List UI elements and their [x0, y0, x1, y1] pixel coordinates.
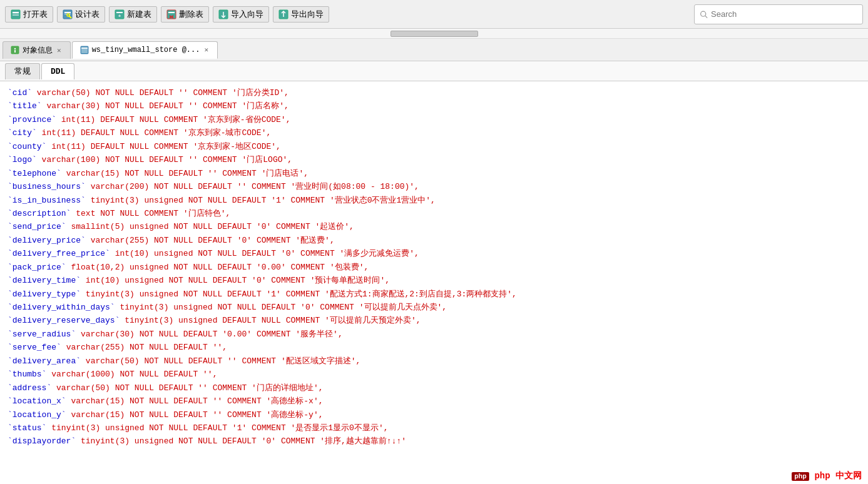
- table-delete-icon: [166, 9, 176, 19]
- table-row: `thumbs` varchar(1000) NOT NULL DEFAULT …: [8, 368, 860, 381]
- svg-point-20: [701, 11, 706, 16]
- table-row: `location_y` varchar(15) NOT NULL DEFAUL…: [8, 408, 860, 421]
- export-icon: [278, 9, 288, 19]
- table-design-icon: [63, 9, 73, 19]
- svg-rect-3: [13, 15, 19, 16]
- table-row: `delivery_type` tinyint(3) unsigned NOT …: [8, 288, 860, 301]
- design-table-label: 设计表: [75, 9, 100, 20]
- export-wizard-button[interactable]: 导出向导: [273, 6, 329, 23]
- svg-rect-5: [64, 12, 71, 13]
- new-table-button[interactable]: + 新建表: [109, 6, 157, 23]
- table-row: `description` text NOT NULL COMMENT '门店特…: [8, 207, 860, 220]
- table-row: `title` varchar(30) NOT NULL DEFAULT '' …: [8, 99, 860, 113]
- info-tab-icon: [11, 46, 19, 54]
- design-table-button[interactable]: 设计表: [57, 6, 105, 23]
- table-row: `logo` varchar(100) NOT NULL DEFAULT '' …: [8, 153, 860, 166]
- brand-label: php 中文网: [814, 471, 862, 481]
- scroll-handle[interactable]: [391, 31, 478, 37]
- table-row: `status` tinyint(3) unsigned NOT NULL DE…: [8, 421, 860, 435]
- table-row: `location_x` varchar(15) NOT NULL DEFAUL…: [8, 395, 860, 408]
- import-icon: [218, 9, 228, 19]
- open-table-button[interactable]: 打开表: [5, 6, 53, 23]
- tab-wmall-store-close[interactable]: ✕: [203, 46, 210, 54]
- table-open-icon: [11, 9, 21, 19]
- svg-rect-29: [81, 52, 88, 53]
- tab-object-info[interactable]: 对象信息 ✕: [3, 41, 71, 59]
- open-table-label: 打开表: [23, 9, 48, 20]
- tab-object-info-close[interactable]: ✕: [56, 46, 63, 54]
- svg-rect-1: [13, 12, 19, 13]
- table-tab-icon: [80, 46, 89, 54]
- scrollbar-area: [0, 29, 868, 39]
- table-row: `business_hours` varchar(200) NOT NULL D…: [8, 180, 860, 193]
- table-row: `cid` varchar(50) NOT NULL DEFAULT '' CO…: [8, 86, 860, 99]
- svg-rect-24: [14, 50, 16, 53]
- toolbar: 打开表 设计表 + 新建表 删除表: [0, 0, 868, 29]
- table-row: `serve_fee` varchar(255) NOT NULL DEFAUL…: [8, 341, 860, 354]
- table-row: `delivery_within_days` tinyint(3) unsign…: [8, 301, 860, 314]
- sub-tab-ddl[interactable]: DDL: [41, 63, 74, 79]
- table-row: `is_in_business` tinyint(3) unsigned NOT…: [8, 194, 860, 207]
- tab-wmall-store-label: ws_tiny_wmall_store @...: [92, 46, 200, 54]
- svg-rect-2: [13, 14, 19, 14]
- export-wizard-label: 导出向导: [291, 9, 324, 20]
- new-table-label: 新建表: [127, 9, 151, 20]
- table-row: `delivery_free_price` int(10) unsigned N…: [8, 247, 860, 260]
- table-row: `telephone` varchar(15) NOT NULL DEFAULT…: [8, 167, 860, 180]
- svg-rect-13: [168, 12, 175, 13]
- table-row: `city` int(11) DEFAULT NULL COMMENT '京东到…: [8, 126, 860, 139]
- table-row: `delivery_time` int(10) unsigned NOT NUL…: [8, 274, 860, 287]
- table-row: `address` varchar(50) NOT NULL DEFAULT '…: [8, 381, 860, 395]
- svg-rect-28: [81, 51, 88, 51]
- sub-tab-general-label: 常规: [14, 66, 31, 77]
- tab-wmall-store[interactable]: ws_tiny_wmall_store @... ✕: [72, 41, 218, 59]
- svg-rect-26: [81, 48, 88, 49]
- table-row: `county` int(11) DEFAULT NULL COMMENT '京…: [8, 140, 860, 153]
- search-box[interactable]: [694, 4, 863, 24]
- table-row: `delivery_reserve_days` tinyint(3) unsig…: [8, 314, 860, 327]
- sub-tab-general[interactable]: 常规: [5, 63, 40, 79]
- sub-tab-ddl-label: DDL: [51, 67, 65, 76]
- tab-object-info-label: 对象信息: [23, 45, 53, 56]
- import-wizard-button[interactable]: 导入向导: [213, 6, 269, 23]
- tabs-row: 对象信息 ✕ ws_tiny_wmall_store @... ✕: [0, 39, 868, 61]
- footer-brand: php php 中文网: [792, 470, 862, 481]
- delete-table-label: 删除表: [179, 9, 203, 20]
- table-row: `displayorder` tinyint(3) unsigned NOT N…: [8, 435, 860, 448]
- search-input[interactable]: [711, 9, 857, 19]
- delete-table-button[interactable]: 删除表: [161, 6, 209, 23]
- sub-tabs-row: 常规 DDL: [0, 61, 868, 81]
- table-row: `serve_radius` varchar(30) NOT NULL DEFA…: [8, 328, 860, 341]
- table-row: `send_price` smallint(5) unsigned NOT NU…: [8, 220, 860, 233]
- search-icon: [700, 10, 708, 19]
- svg-line-21: [705, 16, 707, 18]
- svg-point-23: [14, 48, 16, 49]
- import-wizard-label: 导入向导: [231, 9, 263, 20]
- svg-rect-27: [81, 49, 88, 50]
- table-row: `province` int(11) DEFAULT NULL COMMENT …: [8, 113, 860, 126]
- table-row: `delivery_area` varchar(50) NOT NULL DEF…: [8, 355, 860, 368]
- table-row: `pack_price` float(10,2) unsigned NOT NU…: [8, 261, 860, 274]
- php-logo: php php 中文网: [792, 471, 862, 481]
- ddl-content: `cid` varchar(50) NOT NULL DEFAULT '' CO…: [0, 81, 868, 484]
- svg-text:+: +: [118, 13, 121, 19]
- table-row: `delivery_price` varchar(255) NOT NULL D…: [8, 234, 860, 247]
- table-new-icon: +: [115, 9, 125, 19]
